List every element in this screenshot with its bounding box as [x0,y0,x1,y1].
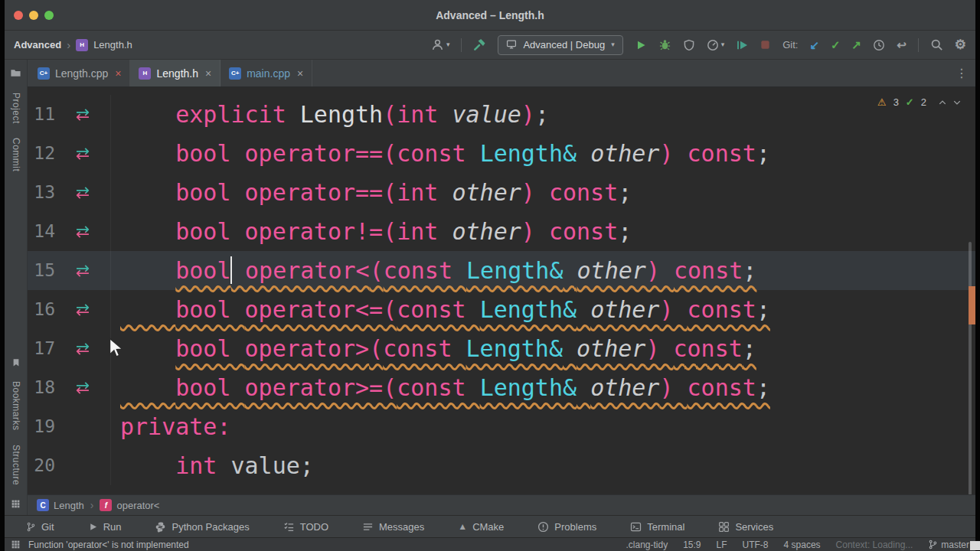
toolwindow-python-packages[interactable]: Python Packages [155,521,249,533]
scrollbar-thumb[interactable] [969,242,972,494]
close-tab-icon[interactable]: × [205,68,211,79]
git-update-button[interactable]: ↙ [809,39,819,51]
code-line-20[interactable]: 20 int value; [28,446,975,485]
change-arrows-icon: ⇄ [76,341,90,357]
vcs-change-marker[interactable]: ⇄ [67,173,98,212]
breadcrumb-Length[interactable]: CLength [37,499,84,511]
git-commit-button[interactable]: ✓ [831,39,841,51]
stripe-structure[interactable]: Structure [11,445,21,485]
attach-button[interactable] [736,39,748,51]
vcs-change-marker[interactable]: ⇄ [67,134,98,173]
line-number[interactable]: 13 [28,173,55,212]
git-update-button-icon: ↙ [809,39,819,51]
code-text[interactable]: bool operator>(const Length& other) cons… [111,329,975,368]
tab-Length.h[interactable]: HLength.h× [130,60,220,86]
vcs-change-marker[interactable]: ⇄ [67,368,98,407]
project-toolwindow-icon[interactable] [10,67,21,79]
line-number[interactable]: 18 [28,368,55,407]
breadcrumb-project[interactable]: Advanced [14,39,61,51]
code-line-12[interactable]: 12⇄ bool operator==(const Length& other)… [28,134,975,173]
run-config-select[interactable]: Advanced | Debug▾ [498,35,622,55]
encoding-widget[interactable]: UTF-8 [743,540,769,550]
code-line-16[interactable]: 16⇄ bool operator<=(const Length& other)… [28,290,975,329]
build-button[interactable] [473,38,486,51]
caret-position-widget[interactable]: 15:9 [683,540,701,550]
prev-problem-button[interactable] [938,98,947,107]
breadcrumb-operator<[interactable]: foperator< [100,499,159,511]
code-text[interactable]: bool operator>=(const Length& other) con… [111,368,975,407]
close-tab-icon[interactable]: × [115,68,121,79]
code-text[interactable]: explicit Length(int value); [111,95,975,134]
search-everywhere-button[interactable] [930,38,943,51]
toolwindow-problems[interactable]: Problems [537,521,596,533]
stripe-commit[interactable]: Commit [11,138,21,171]
code-line-13[interactable]: 13⇄ bool operator==(int other) const; [28,173,975,212]
tab-main.cpp[interactable]: C+main.cpp× [220,60,312,86]
settings-button[interactable]: ⚙ [955,38,966,51]
profiler-button[interactable]: ▾ [707,39,725,51]
code-line-19[interactable]: 19private: [28,407,975,446]
code-text[interactable]: bool operator<(const Length& other) cons… [111,251,975,290]
line-ending-widget[interactable]: LF [717,540,727,550]
warning-stripe-mark[interactable] [969,286,975,324]
code-line-18[interactable]: 18⇄ bool operator>=(const Length& other)… [28,368,975,407]
vcs-change-marker[interactable]: ⇄ [67,95,98,134]
vcs-change-marker[interactable]: ⇄ [67,290,98,329]
code-text[interactable]: bool operator==(int other) const; [111,173,975,212]
toolwindow-switcher-icon[interactable] [11,540,21,549]
run-button[interactable] [635,39,647,51]
close-tab-icon[interactable]: × [297,68,303,79]
code-text[interactable]: bool operator!=(int other) const; [111,212,975,251]
bookmark-toolwindow-icon[interactable] [11,358,21,367]
minimize-window-button[interactable] [29,11,38,20]
history-button[interactable] [873,39,885,51]
tab-options-icon[interactable]: ⋮ [956,60,968,86]
line-number[interactable]: 17 [28,329,55,368]
code-line-14[interactable]: 14⇄ bool operator!=(int other) const; [28,212,975,251]
git-branch-widget[interactable]: master [928,540,969,549]
toolwindow-run[interactable]: Run [88,522,122,532]
git-push-button[interactable]: ↗ [852,39,862,51]
tab-Length.cpp[interactable]: C+Length.cpp× [29,60,130,86]
indent-widget[interactable]: 4 spaces [784,540,821,550]
code-text[interactable]: private: [111,407,975,446]
line-number[interactable]: 20 [28,446,55,485]
line-number[interactable]: 12 [28,134,55,173]
toolwindow-git[interactable]: Git [26,522,54,532]
stripe-project[interactable]: Project [11,93,21,124]
code-text[interactable]: int value; [111,446,975,485]
coverage-button[interactable] [683,39,695,51]
toolwindow-grid-icon[interactable] [11,499,21,509]
toolwindow-todo[interactable]: TODO [283,521,328,533]
toolwindow-messages[interactable]: Messages [362,521,424,533]
toolwindow-terminal[interactable]: Terminal [630,521,684,533]
breadcrumb-file[interactable]: Length.h [93,39,132,51]
line-number[interactable]: 19 [28,407,55,446]
line-number[interactable]: 11 [28,95,55,134]
code-text[interactable]: bool operator<=(const Length& other) con… [111,290,975,329]
vcs-change-marker[interactable]: ⇄ [67,212,98,251]
code-text[interactable]: bool operator==(const Length& other) con… [111,134,975,173]
inspections-widget[interactable]: ⚠ 3 ✓ 2 [877,96,962,108]
close-window-button[interactable] [14,11,23,20]
problems-icon [537,521,549,533]
stripe-bookmarks[interactable]: Bookmarks [11,381,21,431]
vcs-change-marker[interactable]: ⇄ [67,251,98,290]
zoom-window-button[interactable] [44,11,54,20]
code-line-15[interactable]: 15⇄ bool operator<(const Length& other) … [28,251,975,290]
user-avatar-button[interactable]: ▾ [431,38,450,51]
vcs-change-marker[interactable]: ⇄ [67,329,98,368]
line-number[interactable]: 15 [28,251,55,290]
toolwindow-cmake[interactable]: ▲CMake [458,522,504,532]
line-number[interactable]: 16 [28,290,55,329]
clang-tidy-widget[interactable]: .clang-tidy [626,540,668,550]
next-problem-button[interactable] [952,98,962,107]
debug-button[interactable] [658,38,671,51]
code-line-17[interactable]: 17⇄ bool operator>(const Length& other) … [28,329,975,368]
rollback-button[interactable]: ↩ [897,39,906,51]
stop-button[interactable] [760,39,771,51]
code-line-11[interactable]: 11⇄ explicit Length(int value); [28,95,975,134]
toolwindow-services[interactable]: Services [718,521,773,533]
code-editor[interactable]: 11⇄ explicit Length(int value);12⇄ bool … [28,87,975,494]
line-number[interactable]: 14 [28,212,55,251]
